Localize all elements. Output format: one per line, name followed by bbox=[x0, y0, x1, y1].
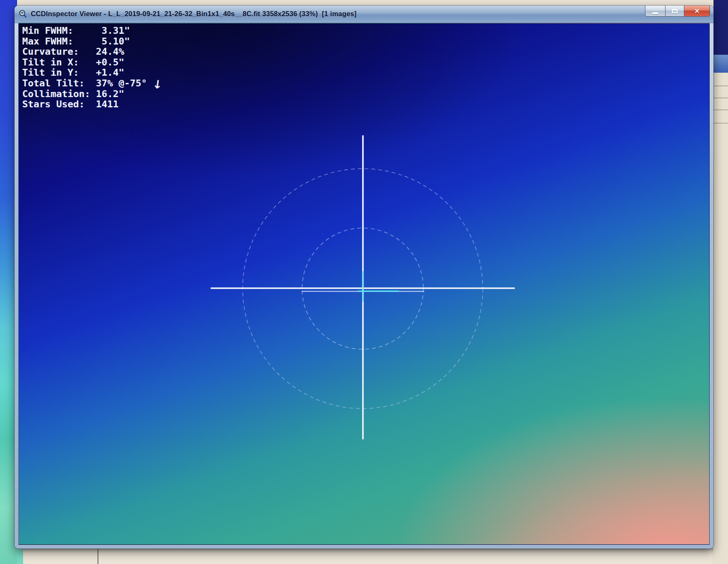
background-window-edge bbox=[713, 0, 728, 564]
minimize-button[interactable] bbox=[645, 6, 666, 17]
measurement-readout: Min FWHM: 3.31" Max FWHM: 5.10" Curvatur… bbox=[22, 26, 147, 110]
fwhm-curvature-map: Min FWHM: 3.31" Max FWHM: 5.10" Curvatur… bbox=[18, 23, 710, 545]
app-magnifier-icon bbox=[18, 9, 28, 19]
ccdinspector-viewer-window: CCDInspector Viewer - L_L_2019-09-21_21-… bbox=[15, 6, 713, 549]
background-window-bottom bbox=[17, 548, 713, 564]
close-button[interactable]: ✕ bbox=[684, 6, 710, 17]
stat-max-fwhm: Max FWHM: 5.10" bbox=[22, 36, 147, 47]
stat-tilt-x: Tilt in X:+0.5" bbox=[22, 57, 147, 68]
tilt-direction-arrow-icon: ↓ bbox=[152, 77, 163, 92]
close-icon: ✕ bbox=[694, 8, 700, 14]
background-divider bbox=[713, 86, 728, 86]
maximize-icon bbox=[672, 9, 678, 13]
window-title: CCDInspector Viewer - L_L_2019-09-21_21-… bbox=[31, 10, 357, 18]
minimize-icon bbox=[652, 12, 658, 14]
background-divider bbox=[713, 97, 728, 98]
window-controls: ✕ bbox=[645, 6, 710, 17]
background-divider bbox=[713, 109, 728, 110]
titlebar[interactable]: CCDInspector Viewer - L_L_2019-09-21_21-… bbox=[15, 6, 713, 23]
background-navy-area bbox=[713, 0, 728, 55]
stat-stars-used: Stars Used:1411 bbox=[22, 99, 147, 110]
photographed-screen: CCDInspector Viewer - L_L_2019-09-21_21-… bbox=[0, 0, 728, 564]
desktop-sliver bbox=[17, 548, 23, 564]
stat-min-fwhm: Min FWHM: 3.31" bbox=[22, 26, 147, 36]
stat-collimation: Collimation:16.2" bbox=[22, 89, 147, 100]
stat-total-tilt: Total Tilt:37% @-75° bbox=[22, 78, 147, 89]
background-seam bbox=[98, 548, 98, 564]
maximize-button[interactable] bbox=[666, 6, 684, 17]
stat-tilt-y: Tilt in Y:+1.4" bbox=[22, 68, 147, 78]
background-divider bbox=[713, 123, 728, 124]
background-titlebar-sliver bbox=[713, 55, 728, 73]
stat-curvature: Curvature:24.4% bbox=[22, 47, 147, 57]
